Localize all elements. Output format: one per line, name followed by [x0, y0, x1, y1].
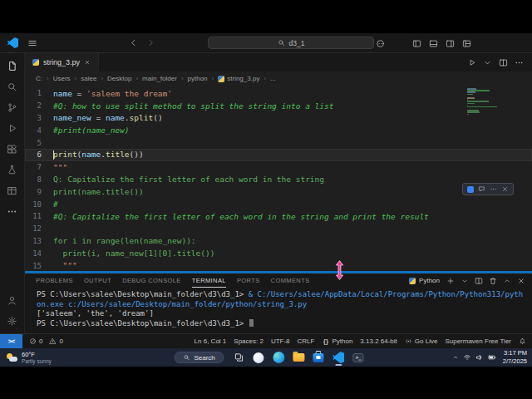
code-line[interactable]: 11#Q: Capitalize the first letter of eac…: [25, 210, 532, 223]
breadcrumb-separator: ›: [101, 75, 103, 82]
vscode-icon[interactable]: [332, 351, 346, 365]
menu-icon[interactable]: [27, 38, 37, 48]
panel-tab-comments[interactable]: COMMENTS: [271, 273, 310, 288]
split-editor-icon[interactable]: [499, 58, 508, 67]
breadcrumb-item[interactable]: ...: [270, 75, 276, 82]
close-icon[interactable]: [501, 185, 509, 193]
chat-icon[interactable]: [478, 185, 485, 193]
panel-tab-output[interactable]: OUTPUT: [84, 273, 111, 288]
chevron-up-icon[interactable]: [503, 277, 511, 285]
terminal-output[interactable]: PS C:\Users\salee\Desktop\main_folder\d3…: [25, 288, 532, 328]
encoding[interactable]: UTF-8: [271, 337, 290, 345]
code-line[interactable]: 8Q: Capitalize the first letter of each …: [25, 174, 532, 186]
activity-bar: [0, 53, 25, 333]
panel-tab-terminal[interactable]: TERMINAL: [192, 273, 226, 288]
code-line[interactable]: 2#Q: how to use split method to split th…: [25, 100, 532, 112]
task-view-icon: [234, 352, 244, 362]
remote-indicator[interactable]: ><: [0, 334, 22, 348]
python-interpreter[interactable]: 3.13.2 64-bit: [360, 337, 397, 345]
search-activity-button[interactable]: [0, 76, 25, 97]
explorer-activity-button[interactable]: [0, 56, 25, 76]
code-line[interactable]: 13for i in range(len(name_new)):: [25, 235, 532, 248]
testing-activity-button[interactable]: [0, 160, 25, 180]
clock[interactable]: 3:17 PM 2/7/2025: [503, 349, 527, 366]
source-control-activity-button[interactable]: [0, 97, 25, 118]
code-line[interactable]: 3name_new = name.split(): [25, 112, 532, 125]
toggle-secondary-sidebar-icon[interactable]: [446, 39, 455, 48]
breadcrumb-item[interactable]: string_3.py: [218, 75, 259, 82]
cursor-position[interactable]: Ln 6, Col 1: [195, 337, 227, 345]
more-activity-button[interactable]: [0, 201, 25, 222]
run-debug-activity-button[interactable]: [0, 118, 25, 139]
panel-header: PROBLEMSOUTPUTDEBUG CONSOLETERMINALPORTS…: [25, 273, 532, 288]
split-editor-icon[interactable]: [475, 277, 483, 285]
errors-count[interactable]: 0: [29, 337, 42, 345]
panel-tab-debug-console[interactable]: DEBUG CONSOLE: [122, 273, 181, 288]
breadcrumb-item[interactable]: Desktop: [107, 75, 131, 82]
breadcrumb-item[interactable]: Users: [53, 75, 71, 82]
breadcrumb-item[interactable]: C:: [36, 75, 42, 82]
weather-widget[interactable]: 60°F Partly sunny: [7, 351, 52, 364]
go-live[interactable]: Go Live: [405, 337, 438, 345]
panel-resize-sash[interactable]: [25, 271, 532, 273]
settings-gear-activity-button[interactable]: [0, 311, 25, 332]
code-line[interactable]: 1name = 'saleem the dream': [25, 87, 532, 100]
code-line[interactable]: 6print(name.title()): [25, 149, 532, 161]
task-view-icon[interactable]: [232, 351, 246, 365]
code-line[interactable]: 7""": [25, 161, 532, 174]
copilot-icon[interactable]: [252, 351, 266, 365]
toggle-panel-icon[interactable]: [429, 39, 438, 48]
tab-string_3.py[interactable]: string_3.py: [25, 53, 99, 71]
editor[interactable]: 1name = 'saleem the dream'2#Q: how to us…: [25, 86, 532, 271]
trash-icon[interactable]: [489, 277, 497, 285]
run-icon[interactable]: [467, 58, 476, 67]
account-activity-button[interactable]: [0, 290, 25, 311]
breadcrumb-item[interactable]: salee: [81, 75, 96, 82]
battery-icon[interactable]: [488, 353, 496, 362]
grid-activity-button[interactable]: [0, 180, 25, 201]
wifi-icon[interactable]: [463, 353, 471, 362]
panel-tab-ports[interactable]: PORTS: [237, 273, 260, 288]
code-line[interactable]: 14 print(i, name_new[1][0].title()): [25, 247, 532, 259]
code-line[interactable]: 4#print(name_new): [25, 124, 532, 136]
terminal-profile-python[interactable]: Python: [409, 277, 440, 284]
code-line[interactable]: 12: [25, 223, 532, 235]
close-icon[interactable]: [84, 59, 91, 66]
edge-icon[interactable]: [272, 351, 286, 365]
chevron-down-icon[interactable]: [483, 58, 492, 67]
eol-sequence[interactable]: CRLF: [298, 337, 315, 345]
file-explorer-icon[interactable]: [292, 351, 306, 365]
forward-icon[interactable]: [146, 38, 155, 47]
store-icon[interactable]: [312, 351, 326, 365]
terminal-icon[interactable]: [352, 351, 366, 365]
back-icon[interactable]: [129, 38, 138, 47]
code-line[interactable]: 5: [25, 136, 532, 149]
taskbar-search[interactable]: Search: [174, 352, 224, 363]
notifications-bell[interactable]: [519, 337, 526, 345]
time: 3:17 PM: [503, 349, 527, 357]
command-center-search[interactable]: d3_1: [208, 37, 374, 49]
panel-tab-problems[interactable]: PROBLEMS: [36, 273, 73, 288]
chevron-down-icon[interactable]: [461, 277, 469, 285]
extensions-activity-button[interactable]: [0, 139, 25, 160]
breadcrumb-item[interactable]: python: [188, 75, 208, 82]
warnings-count[interactable]: 0: [49, 337, 62, 345]
code-line[interactable]: 10#: [25, 198, 532, 210]
code-line[interactable]: 15 """: [25, 259, 532, 271]
more-icon[interactable]: [490, 185, 497, 193]
language-mode[interactable]: {}Python: [322, 337, 352, 345]
breadcrumb-item[interactable]: main_folder: [142, 75, 177, 82]
add-icon[interactable]: [446, 277, 455, 285]
close-icon[interactable]: [517, 277, 525, 285]
toggle-primary-sidebar-icon[interactable]: [412, 39, 421, 48]
more-icon[interactable]: [515, 58, 524, 67]
minimap[interactable]: [467, 88, 502, 116]
volume-icon[interactable]: [475, 353, 484, 362]
copilot-icon[interactable]: [376, 39, 385, 48]
customize-layout-icon[interactable]: [462, 39, 471, 48]
chevron-up-icon[interactable]: [452, 354, 459, 361]
supermaven-icon[interactable]: [467, 186, 474, 193]
code-line[interactable]: 9print(name.title()): [25, 185, 532, 198]
indentation[interactable]: Spaces: 2: [234, 337, 264, 345]
supermaven-status[interactable]: Supermaven Free Tier: [445, 337, 511, 345]
